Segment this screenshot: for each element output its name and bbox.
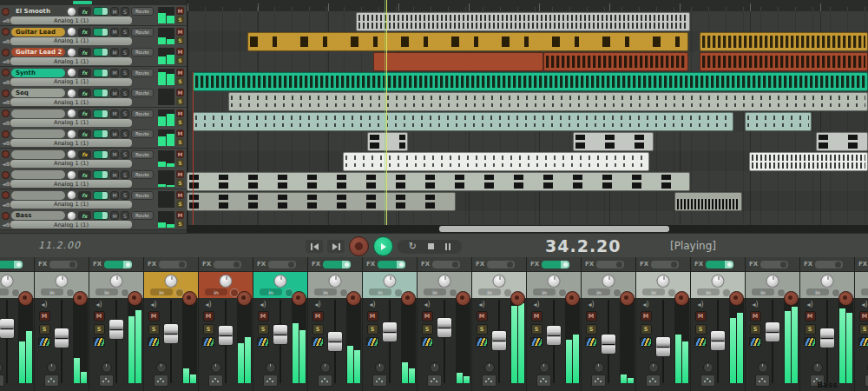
routing-icon[interactable] [257, 337, 269, 347]
fx-enable-toggle[interactable] [93, 89, 108, 97]
route-button[interactable]: Route [131, 89, 154, 97]
volume-fader[interactable] [491, 330, 507, 351]
input-button[interactable]: in [260, 288, 282, 295]
track-row[interactable]: Bass fx M S Route ◄❿ Analog 1 (1) M S [0, 209, 187, 230]
volume-fader[interactable] [819, 328, 835, 348]
audio-clip[interactable] [674, 192, 742, 211]
input-button[interactable]: in [95, 288, 118, 295]
volume-fader[interactable] [710, 330, 726, 351]
pan-knob[interactable] [384, 275, 397, 288]
fx-chain-button[interactable] [596, 261, 624, 268]
track-name[interactable]: Guitar Lead [11, 28, 65, 36]
pan-knob[interactable] [712, 275, 725, 288]
fx-chain-button[interactable] [159, 261, 187, 268]
mute-mini-button[interactable]: M [176, 28, 184, 36]
solo-mini-button[interactable]: S [176, 179, 184, 187]
record-arm-icon[interactable] [2, 130, 10, 138]
pan-knob[interactable] [438, 275, 451, 288]
pan-knob[interactable] [165, 275, 178, 288]
width-knob[interactable] [812, 362, 823, 373]
monitor-icon[interactable]: ◂) [697, 302, 703, 308]
mute-button[interactable]: M [110, 7, 119, 16]
input-button[interactable]: in [150, 288, 173, 295]
mute-button[interactable]: M [203, 311, 214, 321]
audio-clip[interactable] [343, 152, 649, 171]
width-knob[interactable] [703, 362, 713, 373]
track-name[interactable]: El Smooth [11, 7, 65, 16]
input-button[interactable]: in [588, 288, 610, 295]
routing-button[interactable] [0, 374, 4, 387]
record-arm-button[interactable] [401, 291, 416, 306]
scrollbar-thumb[interactable] [439, 226, 669, 232]
routing-button[interactable] [755, 374, 770, 387]
solo-button[interactable]: S [39, 324, 50, 335]
track-name[interactable]: Synth [11, 69, 65, 77]
routing-icon[interactable] [694, 337, 707, 347]
fx-icon[interactable]: fx [78, 89, 91, 97]
fx-chain-button[interactable] [378, 261, 405, 268]
record-arm-icon[interactable] [2, 8, 10, 16]
mute-button[interactable]: M [110, 211, 119, 220]
fx-enable-toggle[interactable] [93, 170, 108, 179]
mute-mini-button[interactable]: M [176, 69, 184, 76]
solo-button[interactable]: S [121, 7, 129, 16]
mixer-strip[interactable]: FX in ◂) M S Bass [800, 257, 855, 391]
input-button[interactable]: in [205, 288, 227, 295]
routing-icon[interactable] [530, 337, 542, 347]
record-arm-button[interactable] [620, 291, 635, 306]
pan-knob[interactable] [220, 275, 233, 288]
solo-button[interactable]: S [586, 324, 597, 335]
input-select[interactable]: Analog 1 (1) [10, 221, 132, 229]
mixer-strip[interactable]: FX in ◂) M S [253, 257, 308, 391]
record-arm-button[interactable] [510, 291, 525, 306]
solo-button[interactable]: S [805, 324, 816, 335]
mute-mini-button[interactable]: M [176, 109, 184, 117]
solo-button[interactable]: S [121, 150, 129, 159]
mixer-strip[interactable]: FX in ◂) M S [582, 257, 636, 391]
routing-icon[interactable] [38, 337, 50, 347]
solo-button[interactable]: S [422, 324, 433, 335]
fx-enable-toggle[interactable] [93, 28, 108, 36]
width-knob[interactable] [266, 362, 276, 373]
audio-clip[interactable] [543, 52, 688, 71]
fx-icon[interactable]: fx [78, 211, 91, 220]
solo-button[interactable]: S [695, 324, 707, 335]
input-select[interactable]: Analog 1 (1) [10, 139, 132, 147]
mute-button[interactable]: M [312, 311, 324, 321]
fx-icon[interactable]: fx [78, 129, 91, 138]
record-arm-button[interactable] [292, 291, 306, 306]
track-row[interactable]: El Smooth fx M S Route ◄❿ Analog 1 (1) M… [0, 5, 187, 26]
fx-icon[interactable]: fx [78, 150, 91, 159]
fx-enabled-chip[interactable] [73, 1, 92, 4]
fx-chain-button[interactable] [542, 261, 569, 268]
width-knob[interactable] [102, 362, 112, 373]
volume-fader[interactable] [327, 331, 343, 352]
volume-fader[interactable] [273, 324, 288, 345]
fx-icon[interactable]: fx [78, 28, 91, 36]
record-arm-button[interactable] [346, 291, 361, 306]
monitor-icon[interactable]: ◂) [533, 302, 539, 308]
audio-clip[interactable] [816, 132, 868, 151]
track-row[interactable]: Guitar Lead 2 fx M S Route ◄❿ Analog 1 (… [0, 46, 187, 67]
mute-button[interactable]: M [110, 48, 119, 56]
solo-mini-button[interactable]: S [176, 159, 184, 167]
audio-clip[interactable] [373, 52, 543, 71]
input-select[interactable]: Analog 1 (1) [10, 180, 132, 188]
fx-chain-button[interactable] [815, 261, 843, 268]
volume-fader[interactable] [163, 323, 179, 344]
solo-mini-button[interactable]: S [176, 56, 184, 64]
mute-button[interactable]: M [110, 191, 119, 200]
mute-mini-button[interactable]: M [176, 48, 184, 56]
pan-knob[interactable] [67, 48, 76, 57]
audio-clip[interactable] [367, 132, 408, 151]
track-row[interactable]: fx M S Route ◄❿ Analog 1 (1) M S [0, 108, 187, 129]
pan-knob[interactable] [67, 89, 76, 98]
solo-button[interactable]: S [121, 191, 129, 200]
routing-button[interactable] [865, 374, 868, 387]
mute-button[interactable]: M [110, 69, 119, 77]
pan-knob[interactable] [493, 275, 506, 288]
volume-fader[interactable] [765, 321, 780, 342]
route-button[interactable]: Route [131, 48, 154, 56]
record-arm-icon[interactable] [2, 150, 10, 158]
routing-button[interactable] [482, 374, 496, 387]
